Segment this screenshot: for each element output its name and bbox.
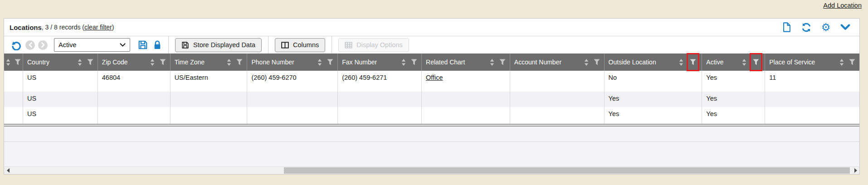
chevron-down-icon[interactable]	[840, 22, 850, 32]
filter-funnel-icon[interactable]	[753, 59, 759, 65]
cell-active: Yes	[702, 71, 765, 92]
filter-funnel-icon[interactable]	[690, 59, 696, 65]
status-filter-value: Active	[59, 41, 77, 49]
toolbar-divider	[268, 36, 268, 54]
sort-icon[interactable]	[742, 59, 746, 66]
panel-footer-band	[4, 127, 859, 142]
cell-time-zone	[171, 92, 248, 107]
cell-zip-code	[98, 107, 171, 124]
filter-funnel-icon[interactable]	[236, 59, 243, 65]
display-options-button[interactable]: Display Options	[338, 38, 409, 52]
filter-funnel-icon[interactable]	[411, 59, 417, 65]
column-header-active[interactable]: Active	[702, 54, 765, 71]
panel-title-bar: Locations, 3 / 8 records (clear filter)	[4, 19, 859, 36]
cell-related-chart: Office	[422, 71, 510, 92]
screen: Add Location Locations, 3 / 8 records (c…	[0, 0, 868, 185]
column-header-outside-location[interactable]: Outside Location	[605, 54, 702, 71]
column-header-account-number[interactable]: Account Number	[510, 54, 605, 71]
column-header-zip-code[interactable]: Zip Code	[98, 54, 171, 71]
cell-time-zone: US/Eastern	[171, 71, 248, 92]
cell-fax-number	[338, 107, 422, 124]
cell-fax-number: (260) 459-6271	[338, 71, 422, 92]
filter-funnel-icon[interactable]	[499, 59, 506, 65]
table-header-row: Country Zip Code Time Zone	[4, 54, 859, 71]
horizontal-scrollbar[interactable]	[4, 166, 859, 174]
table-row[interactable]: US Yes Yes	[4, 107, 859, 124]
toolbar-divider	[168, 36, 169, 54]
grid-table-icon	[345, 42, 352, 49]
save-floppy-icon	[181, 41, 189, 49]
cell-country: US	[23, 107, 98, 124]
cell-zip-code: 46804	[98, 71, 171, 92]
cell-time-zone	[171, 107, 248, 124]
cell-fax-number	[338, 92, 422, 107]
table-toolbar: Active	[4, 36, 859, 54]
filter-funnel-icon[interactable]	[87, 59, 93, 65]
status-filter-select[interactable]: Active	[54, 38, 130, 52]
panel-action-icons: ⚙	[782, 22, 854, 32]
refresh-icon[interactable]	[801, 22, 811, 32]
sort-icon[interactable]	[317, 59, 322, 66]
sort-icon[interactable]	[584, 59, 589, 66]
sort-icon[interactable]	[679, 59, 683, 66]
gear-icon[interactable]: ⚙	[821, 22, 831, 32]
panel-footer-band	[4, 142, 859, 166]
cell-phone-number	[247, 92, 338, 107]
column-header-time-zone[interactable]: Time Zone	[171, 54, 248, 71]
cell-outside-location: No	[605, 71, 702, 92]
columns-icon	[281, 42, 289, 49]
filter-funnel-icon[interactable]	[849, 59, 855, 65]
cell-country: US	[23, 92, 98, 107]
toolbar-divider	[332, 36, 332, 54]
table-row[interactable]: US Yes Yes	[4, 92, 859, 107]
cell-account-number	[510, 107, 605, 124]
filter-funnel-icon[interactable]	[160, 59, 166, 65]
cell-active: Yes	[702, 107, 765, 124]
cell-place-of-service	[765, 92, 859, 107]
filter-funnel-icon[interactable]	[327, 59, 333, 65]
save-floppy-icon[interactable]	[138, 40, 148, 50]
related-chart-link[interactable]: Office	[426, 74, 443, 81]
store-displayed-data-button[interactable]: Store Displayed Data	[175, 38, 262, 52]
column-header-row-select[interactable]	[4, 54, 23, 71]
locations-panel: Locations, 3 / 8 records (clear filter)	[4, 18, 860, 175]
filter-funnel-icon[interactable]	[15, 59, 21, 65]
records-count-text: , 3 / 8 records (	[42, 24, 84, 31]
sort-icon[interactable]	[6, 59, 10, 66]
add-location-link[interactable]: Add Location	[823, 2, 862, 9]
table-row[interactable]: US 46804 US/Eastern (260) 459-6270 (260)…	[4, 71, 859, 92]
column-header-country[interactable]: Country	[23, 54, 98, 71]
column-header-phone-number[interactable]: Phone Number	[247, 54, 338, 71]
filter-funnel-icon[interactable]	[594, 59, 600, 65]
filter-highlight-box	[687, 53, 699, 71]
sort-icon[interactable]	[490, 59, 494, 66]
scroll-right-arrow[interactable]	[852, 167, 859, 174]
column-header-related-chart[interactable]: Related Chart	[422, 54, 510, 71]
scroll-left-arrow[interactable]	[4, 167, 12, 174]
cell-place-of-service	[765, 107, 859, 124]
column-header-place-of-service[interactable]: Place of Service	[765, 54, 859, 71]
columns-button[interactable]: Columns	[275, 38, 325, 52]
new-document-icon[interactable]	[782, 22, 792, 32]
column-header-fax-number[interactable]: Fax Number	[338, 54, 422, 71]
cell-account-number	[510, 92, 605, 107]
cell-place-of-service: 11	[765, 71, 859, 92]
cell-active: Yes	[702, 92, 765, 107]
lock-icon[interactable]	[153, 40, 162, 50]
sort-icon[interactable]	[78, 59, 82, 66]
clear-filter-link[interactable]: clear filter	[84, 24, 112, 31]
sort-icon[interactable]	[227, 59, 231, 66]
cell-outside-location: Yes	[605, 107, 702, 124]
scrollbar-thumb[interactable]	[284, 167, 850, 174]
filter-highlight-box	[750, 53, 762, 71]
undo-rotate-left-icon[interactable]	[10, 39, 22, 51]
cell-related-chart	[422, 92, 510, 107]
cell-account-number	[510, 71, 605, 92]
chevron-right-circle-icon[interactable]	[38, 40, 48, 50]
cell-outside-location: Yes	[605, 92, 702, 107]
chevron-left-circle-icon[interactable]	[25, 40, 35, 50]
sort-icon[interactable]	[839, 59, 844, 66]
sort-icon[interactable]	[150, 59, 155, 66]
sort-icon[interactable]	[401, 59, 406, 66]
cell-phone-number: (260) 459-6270	[247, 71, 338, 92]
